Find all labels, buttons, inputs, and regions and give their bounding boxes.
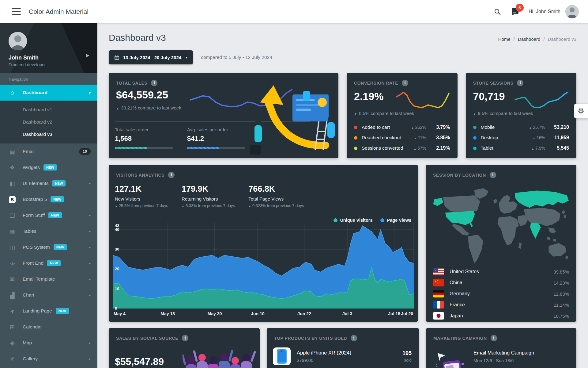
info-icon[interactable]: i [490,172,496,178]
sidebar-item-gallery[interactable]: ✳Gallery▸ [0,351,97,367]
info-icon[interactable]: i [517,80,523,86]
date-range-button[interactable]: 13 July 2024 - 20 July 2024 ▾ [109,50,193,64]
home-icon: ⌂ [9,89,16,96]
stat-value: 3.79% [426,125,450,130]
breadcrumb-dashboard[interactable]: Dashboard [518,36,540,42]
sidebar-item-widgets[interactable]: ❖WidgetsNEW [0,159,97,175]
sidebar-subitem-dashboard-v3[interactable]: Dashboard v3 [0,128,97,140]
sidebar-profile[interactable]: John Smith Frontend developer ▶ [0,23,97,73]
info-icon[interactable]: i [351,335,357,341]
sidebar-item-badge: 10 [79,148,91,155]
mini-stat-value: 1,568 [115,135,173,143]
stat-value: 53,210 [545,125,569,130]
svg-text:Jul 20: Jul 20 [401,311,413,316]
sidebar-item-chart[interactable]: ▟Chart▸ [0,287,97,303]
sidebar-item-form-stuff[interactable]: ❏Form StuffNEW▸ [0,207,97,223]
sidebar-menu: ⌂Dashboard▾Dashboard v1Dashboard v2Dashb… [0,85,97,367]
card-title: SESSION BY LOCATION [433,173,486,178]
app-header: Color Admin Material 5 Hi, John Smith [0,0,588,23]
search-icon [494,8,501,15]
mini-stat-value: $41.2 [187,135,245,143]
stat-value: 11,959 [545,135,569,140]
country-row-de: Germany12.83% [433,288,569,299]
sidebar-item-email-template[interactable]: ✉Email Template▸ [0,271,97,287]
card-title: CONVERSION RATE [354,81,398,86]
svg-text:Jun 10: Jun 10 [251,311,265,316]
gallery-icon: ✳ [9,355,16,362]
brand-title: Color Admin Material [29,8,89,15]
svg-text:Jun 22: Jun 22 [297,311,311,316]
product-units-label: sold [402,358,412,362]
visitor-stat: 127.1KNew Visitors▲25.5% from previous 7… [115,184,168,208]
sidebar-item-dashboard[interactable]: ⌂Dashboard▾ [0,85,97,101]
stat-delta: ▲11% [414,135,426,140]
sidebar-item-tables[interactable]: ▦Tables▸ [0,223,97,239]
sidebar-item-bootstrap-5[interactable]: BBootstrap 5NEW [0,191,97,207]
breadcrumb-home[interactable]: Home [498,36,511,42]
us-flag-icon [433,268,444,275]
sidebar-item-badge: NEW [51,196,64,202]
sidebar-item-email[interactable]: ▤Email10 [0,144,97,159]
stat-label: Mobile [481,125,495,130]
sidebar-submenu: Dashboard v1Dashboard v2Dashboard v3 [0,101,97,144]
mini-stat-label: Avg. sales per order [187,127,245,132]
email-icon: ▤ [9,148,16,155]
series-dot [354,136,357,140]
sidebar-item-map[interactable]: ◈Map▸ [0,335,97,351]
profile-name: John Smith [9,55,90,61]
breadcrumb-current: Dashboard v3 [548,36,576,42]
stat-label: Added to cart [362,125,390,130]
sidebar-item-front-end[interactable]: </>Front EndNEW▸ [0,255,97,271]
sidebar-subitem-dashboard-v1[interactable]: Dashboard v1 [0,104,97,116]
country-name: United States [450,269,479,274]
info-icon[interactable]: i [491,335,497,341]
chevron-right-icon: ▸ [89,357,91,361]
calendar-icon [114,55,119,60]
sidebar-item-landing-page[interactable]: ➤Landing PageNEW [0,303,97,319]
chevron-right-icon: ▸ [89,245,91,249]
settings-button[interactable]: ⚙ [574,104,588,118]
info-icon[interactable]: i [402,80,408,86]
world-map [429,184,573,266]
sidebar-item-ui-elements[interactable]: ◧UI ElementsNEW▸ [0,175,97,191]
sidebar-item-label: Dashboard [23,90,47,95]
menu-toggle-button[interactable] [12,8,21,15]
conversion-compare: ▼0.5% compare to last week [347,109,458,116]
sidebar-item-pos-system[interactable]: ◫POS SystemNEW▸ [0,239,97,255]
stat-row: Tablet▲7.9%5,545 [473,143,569,153]
card-title: MARKETING CAMPAIGN [433,336,487,341]
sidebar-item-label: Widgets [23,165,40,170]
page-title: Dashboard v3 [109,33,166,43]
stat-label: Desktop [481,135,498,140]
info-icon[interactable]: i [151,80,157,86]
series-dot [473,147,477,150]
search-button[interactable] [491,5,504,18]
product-name: Apple iPhone XR (2024) [297,350,351,356]
form-icon: ❏ [9,212,16,219]
country-name: Germany [450,291,470,297]
campaign-name: Email Marketing Campaign [473,350,569,356]
sidebar-item-calendar[interactable]: ⊞Calendar [0,319,97,335]
sidebar-item-label: Chart [23,292,34,298]
chevron-right-icon: ▸ [89,293,91,297]
stat-delta: ▲57% [414,146,426,151]
country-row-cn: China14.23% [433,277,569,288]
store-sessions-card: STORE SESSIONS i 70,719 ▲9.5% compare to… [466,73,577,158]
sidebar-item-label: Front End [23,260,43,266]
country-value: 10.75% [553,313,569,319]
mini-stat-progress [115,147,173,149]
user-avatar[interactable] [565,5,579,18]
chevron-right-icon: ▸ [89,213,91,217]
info-icon[interactable]: i [168,172,175,178]
campaign-illustration [431,346,469,368]
stat-row: Added to cart▲262%3.79% [354,122,450,132]
sidebar-item-label: Email [23,149,35,154]
svg-text:10: 10 [115,286,119,291]
svg-text:Jul 3: Jul 3 [342,311,352,316]
cn-flag-icon [433,279,444,286]
sidebar-subitem-dashboard-v2[interactable]: Dashboard v2 [0,116,97,128]
stat-row: Reached checkout▲11%3.85% [354,132,450,143]
notifications-button[interactable]: 5 [508,5,522,18]
profile-expand-icon: ▶ [86,53,89,58]
profile-avatar [9,32,27,50]
